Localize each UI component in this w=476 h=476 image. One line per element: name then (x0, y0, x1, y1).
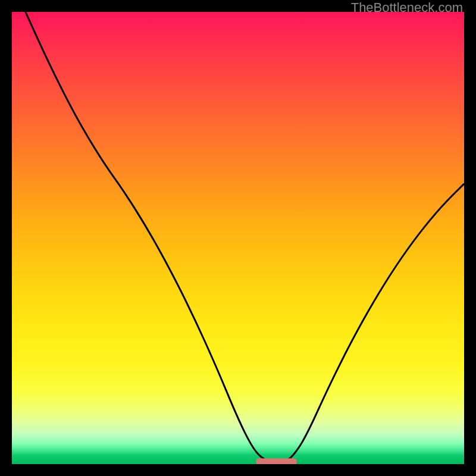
optimal-marker (256, 458, 296, 464)
watermark-text: TheBottleneck.com (351, 0, 463, 15)
chart-svg (12, 12, 464, 464)
plot-area (12, 12, 464, 464)
bottleneck-curve (26, 12, 464, 462)
chart-container: TheBottleneck.com (0, 0, 476, 476)
